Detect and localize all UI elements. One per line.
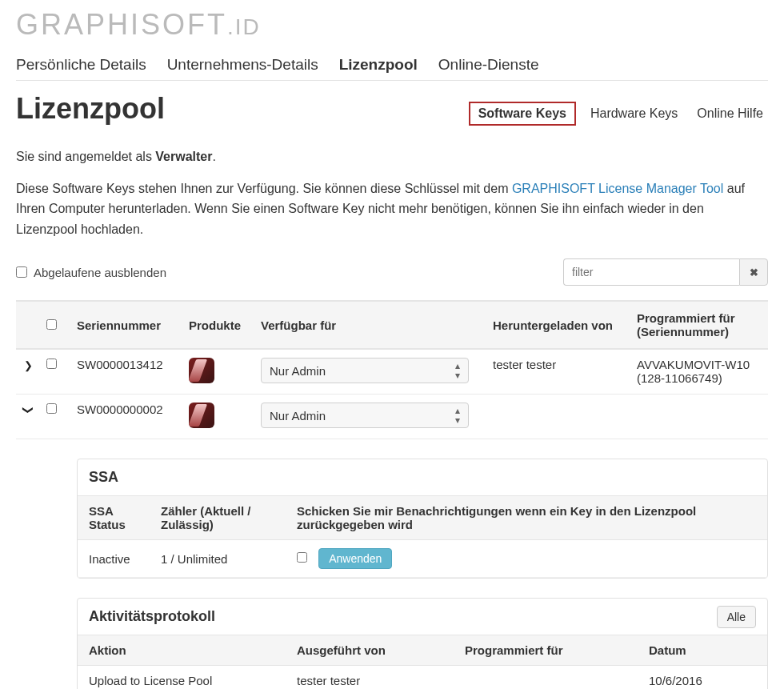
act-col-action: Aktion xyxy=(78,635,286,666)
filter-input[interactable] xyxy=(563,258,739,286)
nav-license-pool[interactable]: Lizenzpool xyxy=(339,56,418,74)
subtab-software-keys[interactable]: Software Keys xyxy=(469,102,576,126)
cell-downloaded-by xyxy=(486,395,630,439)
main-nav: Persönliche Details Unternehmens-Details… xyxy=(16,56,768,81)
ssa-col-counter: Zähler (Aktuell / Zulässig) xyxy=(150,496,286,540)
login-role: Verwalter xyxy=(155,150,212,163)
keys-table: Seriennummer Produkte Verfügbar für Heru… xyxy=(16,300,768,439)
col-available-for: Verfügbar für xyxy=(254,301,486,349)
brand-name: GRAPHISOFT xyxy=(16,8,227,41)
act-col-programmed: Programmiert für xyxy=(454,635,638,666)
ssa-panel: SSA SSA Status Zähler (Aktuell / Zulässi… xyxy=(77,459,768,579)
brand-logo: GRAPHISOFT.ID xyxy=(16,0,768,56)
page-title: Lizenzpool xyxy=(16,92,165,126)
activity-panel: Aktivitätsprotokoll Alle Aktion Ausgefüh… xyxy=(77,598,768,689)
cell-serial: SW0000000002 xyxy=(70,395,182,439)
hide-expired-label[interactable]: Abgelaufene ausblenden xyxy=(16,266,166,279)
col-products: Produkte xyxy=(182,301,254,349)
row-checkbox[interactable] xyxy=(46,359,57,369)
ssa-title: SSA xyxy=(78,459,767,495)
login-prefix: Sie sind angemeldet als xyxy=(16,150,155,163)
chevron-updown-icon: ▴▾ xyxy=(455,361,460,380)
collapse-row-icon[interactable]: ❯ xyxy=(22,405,34,416)
select-value: Nur Admin xyxy=(270,409,326,423)
act-col-date: Datum xyxy=(638,635,767,666)
archicad-product-icon xyxy=(189,403,214,428)
act-date: 10/6/2016 xyxy=(638,666,767,689)
hide-expired-checkbox[interactable] xyxy=(16,266,27,278)
activity-title: Aktivitätsprotokoll xyxy=(78,599,226,635)
row-checkbox[interactable] xyxy=(46,403,57,414)
ssa-status-value: Inactive xyxy=(78,540,150,578)
nav-company-details[interactable]: Unternehmens-Details xyxy=(167,56,318,74)
ssa-col-status: SSA Status xyxy=(78,496,150,540)
login-suffix: . xyxy=(212,150,215,163)
subtab-hardware-keys[interactable]: Hardware Keys xyxy=(586,103,682,124)
subtabs: Software Keys Hardware Keys Online Hilfe xyxy=(469,102,768,126)
all-button[interactable]: Alle xyxy=(717,606,756,628)
chevron-updown-icon: ▴▾ xyxy=(455,406,460,425)
act-action: Upload to License Pool xyxy=(78,666,286,689)
select-all-checkbox[interactable] xyxy=(46,319,57,330)
activity-row: Upload to License Pool tester tester 10/… xyxy=(78,666,767,689)
cell-serial: SW0000013412 xyxy=(70,349,182,395)
archicad-product-icon xyxy=(189,358,214,383)
clear-filter-button[interactable]: ✖ xyxy=(739,258,768,286)
ssa-col-notify: Schicken Sie mir Benachrichtigungen wenn… xyxy=(286,496,767,540)
available-for-select[interactable]: Nur Admin ▴▾ xyxy=(261,403,469,428)
hide-expired-text: Abgelaufene ausblenden xyxy=(34,266,166,279)
apply-button[interactable]: Anwenden xyxy=(318,548,392,569)
col-serial: Seriennummer xyxy=(70,301,182,349)
subtab-online-help[interactable]: Online Hilfe xyxy=(692,103,768,124)
table-row: ❯ SW0000000002 Nur Admin ▴▾ xyxy=(16,395,768,439)
intro-part1: Diese Software Keys stehen Ihnen zur Ver… xyxy=(16,182,512,195)
select-value: Nur Admin xyxy=(270,364,326,378)
notify-checkbox[interactable] xyxy=(297,552,307,563)
act-programmed xyxy=(454,666,638,689)
cell-downloaded-by: tester tester xyxy=(486,349,630,395)
nav-online-services[interactable]: Online-Dienste xyxy=(438,56,539,74)
cell-programmed-for xyxy=(630,395,768,439)
brand-suffix: .ID xyxy=(227,14,261,39)
expand-row-icon[interactable]: ❯ xyxy=(22,359,34,371)
nav-personal-details[interactable]: Persönliche Details xyxy=(16,56,146,74)
cell-programmed-for: AVVAKUMOVIT-W10 (128-11066749) xyxy=(630,349,768,395)
act-by: tester tester xyxy=(286,666,454,689)
license-manager-link[interactable]: GRAPHISOFT License Manager Tool xyxy=(512,182,723,195)
col-programmed-for: Programmiert für (Seriennummer) xyxy=(630,301,768,349)
act-col-by: Ausgeführt von xyxy=(286,635,454,666)
table-row: ❯ SW0000013412 Nur Admin ▴▾ tester teste… xyxy=(16,349,768,395)
ssa-counter-value: 1 / Unlimited xyxy=(150,540,286,578)
available-for-select[interactable]: Nur Admin ▴▾ xyxy=(261,358,469,383)
clear-icon: ✖ xyxy=(750,266,758,278)
intro-text: Sie sind angemeldet als Verwalter. Diese… xyxy=(16,146,768,239)
col-downloaded-by: Heruntergeladen von xyxy=(486,301,630,349)
